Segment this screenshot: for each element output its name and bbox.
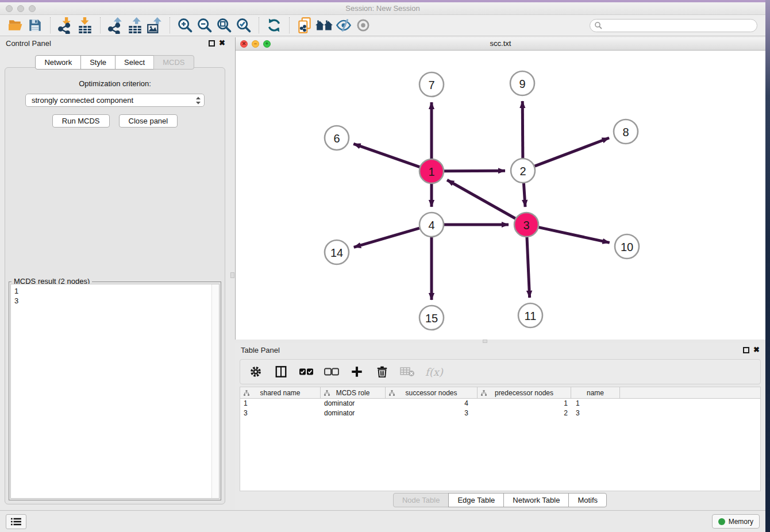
delete-table-icon[interactable] <box>400 365 415 379</box>
zoom-in-icon[interactable] <box>175 16 195 34</box>
float-table-panel-icon[interactable] <box>743 347 749 353</box>
delete-column-icon[interactable] <box>375 365 390 379</box>
close-panel-icon[interactable]: ✖ <box>219 38 225 48</box>
deselect-all-icon[interactable] <box>324 365 339 379</box>
export-image-icon[interactable] <box>145 16 164 34</box>
run-mcds-button[interactable]: Run MCDS <box>52 114 110 128</box>
graph-edge-3-11[interactable] <box>527 237 530 298</box>
hide-details-icon[interactable] <box>334 16 353 34</box>
show-details-icon[interactable] <box>353 16 373 34</box>
column-header-mcds-role[interactable]: MCDS role <box>321 387 386 398</box>
settings-gear-icon[interactable] <box>248 365 263 379</box>
graph-node-label-10: 10 <box>621 241 633 253</box>
table-cell[interactable]: 3 <box>571 408 620 418</box>
graph-node-label-7: 7 <box>428 79 434 91</box>
column-header-successor-nodes[interactable]: successor nodes <box>386 387 478 398</box>
control-panel-header: Control Panel ✖ <box>0 36 230 51</box>
tab-mcds[interactable]: MCDS <box>153 55 194 70</box>
graph-node-label-9: 9 <box>519 78 525 90</box>
graph-edge-4-14[interactable] <box>354 228 419 247</box>
tab-motifs[interactable]: Motifs <box>568 493 607 507</box>
graph-edge-3-10[interactable] <box>538 228 609 243</box>
graph-node-label-15: 15 <box>425 312 438 325</box>
home-layout-icon[interactable] <box>314 16 334 34</box>
graph-node-label-6: 6 <box>333 132 340 145</box>
result-scrollbar[interactable] <box>211 284 219 498</box>
table-cell[interactable]: dominator <box>321 399 386 408</box>
table-cell[interactable]: 1 <box>478 399 571 408</box>
network-window-title: scc.txt <box>236 39 765 48</box>
graph-edge-3-1[interactable] <box>447 180 515 218</box>
table-cell[interactable]: 1 <box>240 399 321 408</box>
table-cell[interactable]: 3 <box>386 408 478 418</box>
list-icon <box>10 517 22 526</box>
table-row[interactable]: 1dominator411 <box>240 399 760 408</box>
mcds-result-box[interactable]: 13 <box>10 284 220 499</box>
column-header-predecessor-nodes[interactable]: predecessor nodes <box>478 387 571 398</box>
column-header-name[interactable]: name <box>571 387 620 398</box>
table-panel-title: Table Panel <box>241 346 280 354</box>
graph-edge-2-9[interactable] <box>522 101 523 158</box>
vertical-splitter-grip[interactable] <box>230 272 234 278</box>
refresh-icon[interactable] <box>264 16 284 34</box>
graph-node-label-3: 3 <box>523 219 529 232</box>
tab-edge-table[interactable]: Edge Table <box>448 493 504 507</box>
graph-edge-1-2[interactable] <box>444 171 505 171</box>
table-panel-header: Table Panel ✖ <box>235 343 765 358</box>
close-panel-button[interactable]: Close panel <box>119 114 178 128</box>
float-panel-icon[interactable] <box>209 40 215 47</box>
column-header-shared-name[interactable]: shared name <box>240 387 321 398</box>
zoom-selected-icon[interactable] <box>234 16 253 34</box>
function-builder-icon[interactable]: f(x) <box>425 366 443 378</box>
hierarchy-icon <box>388 390 395 396</box>
memory-status-icon <box>718 518 725 525</box>
criterion-select[interactable]: strongly connected component <box>25 94 205 107</box>
task-history-button[interactable] <box>6 514 26 529</box>
table-cell[interactable]: dominator <box>321 408 386 418</box>
select-all-icon[interactable] <box>299 365 314 379</box>
table-toolbar: f(x) <box>240 359 761 384</box>
duplicate-network-icon[interactable] <box>295 16 314 34</box>
close-table-panel-icon[interactable]: ✖ <box>753 345 760 354</box>
graph-edge-1-6[interactable] <box>353 144 419 167</box>
optimization-criterion-label: Optimization criterion: <box>5 79 225 88</box>
table-row[interactable]: 3dominator323 <box>240 408 760 418</box>
zoom-out-icon[interactable] <box>195 16 214 34</box>
tab-style[interactable]: Style <box>80 55 116 70</box>
import-network-icon[interactable] <box>56 16 75 34</box>
export-table-icon[interactable] <box>125 16 145 34</box>
tab-network-table[interactable]: Network Table <box>503 493 569 507</box>
mcds-result-line: 1 <box>14 286 215 296</box>
tab-network[interactable]: Network <box>35 55 81 70</box>
network-canvas[interactable]: 7968124314101511 <box>236 51 765 340</box>
table-cell[interactable]: 2 <box>478 408 571 418</box>
application-window: Session: New Session <box>0 0 770 532</box>
tab-select[interactable]: Select <box>115 55 154 70</box>
search-input[interactable] <box>602 20 757 30</box>
wallpaper-right-strip <box>765 0 770 532</box>
table-cell[interactable]: 4 <box>386 399 478 408</box>
graph-edge-2-3[interactable] <box>523 183 525 207</box>
add-column-icon[interactable] <box>349 365 364 379</box>
tab-node-table[interactable]: Node Table <box>393 493 449 507</box>
open-session-icon[interactable] <box>6 16 25 34</box>
split-columns-icon[interactable] <box>274 365 288 379</box>
save-session-icon[interactable] <box>25 16 45 34</box>
table-cell[interactable]: 1 <box>571 399 620 408</box>
table-cell[interactable]: 3 <box>240 408 321 418</box>
hierarchy-icon <box>243 390 250 396</box>
os-titlebar[interactable]: Session: New Session <box>0 2 765 15</box>
import-table-icon[interactable] <box>75 16 95 34</box>
network-view-window: ✕ − + scc.txt 7968124314101511 <box>235 37 765 340</box>
export-network-icon[interactable] <box>106 16 125 34</box>
criterion-value: strongly connected component <box>32 96 195 105</box>
graph-edge-2-8[interactable] <box>535 138 609 166</box>
memory-button[interactable]: Memory <box>712 514 760 529</box>
search-field[interactable] <box>590 19 757 32</box>
table-body: 1dominator4113dominator323 <box>240 399 760 418</box>
network-window-titlebar[interactable]: ✕ − + scc.txt <box>236 37 765 51</box>
zoom-fit-icon[interactable] <box>214 16 234 34</box>
window-title: Session: New Session <box>0 4 765 13</box>
memory-label: Memory <box>729 518 753 526</box>
mcds-result-line: 3 <box>14 296 215 306</box>
